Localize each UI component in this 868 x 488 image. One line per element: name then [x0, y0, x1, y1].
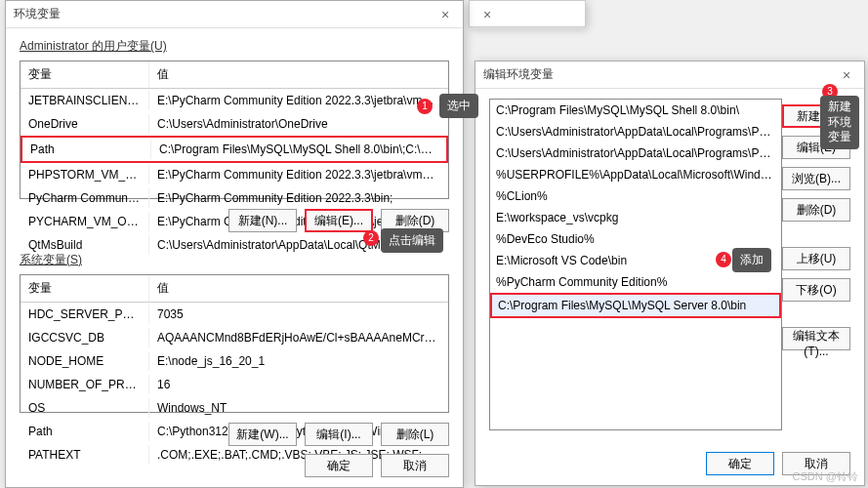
var-name: PHPSTORM_VM_OPTIONS [21, 165, 149, 184]
col-value[interactable]: 值 [149, 61, 448, 88]
var-name: OS [21, 398, 149, 418]
delete-path-button[interactable]: 删除(D) [782, 198, 850, 222]
annotation-new-env: 新建 环境 变量 [820, 96, 859, 149]
user-vars-label: Administrator 的用户变量(U) [6, 28, 463, 61]
path-item[interactable]: %DevEco Studio% [490, 228, 781, 250]
path-item[interactable]: %CLion% [490, 185, 781, 207]
dialog-title: 编辑环境变量 [483, 66, 837, 83]
var-name: OneDrive [21, 114, 149, 134]
var-value: AQAAANCMnd8BFdERjHoAwE/Cl+sBAAAAneMCrkdq… [149, 328, 448, 347]
var-value: E:\PyCharm Community Edition 2022.3.3\je… [149, 91, 448, 110]
table-row[interactable]: NODE_HOMEE:\node_js_16_20_1 [21, 349, 448, 373]
table-row[interactable]: PyCharm Community Editi...E:\PyCharm Com… [21, 186, 448, 210]
var-name: JETBRAINSCLIENT_VM_O... [21, 91, 149, 110]
cancel-button[interactable]: 取消 [381, 454, 449, 477]
var-name: Path [21, 422, 149, 441]
bg-close-icon[interactable]: × [477, 7, 497, 22]
var-name: PyCharm Community Editi... [21, 188, 149, 208]
annotation-click-edit: 点击编辑 [381, 228, 443, 253]
marker-2: 2 [363, 230, 379, 246]
path-item[interactable]: C:\Users\Administrator\AppData\Local\Pro… [490, 142, 781, 164]
edit-sys-button[interactable]: 编辑(I)... [305, 423, 373, 446]
var-name: PATHEXT [21, 445, 149, 465]
var-name: Path [22, 140, 151, 159]
col-name[interactable]: 变量 [21, 275, 149, 302]
delete-sys-button[interactable]: 删除(L) [381, 423, 449, 446]
col-value[interactable]: 值 [149, 275, 448, 302]
title-bar: 编辑环境变量 × [475, 61, 864, 89]
var-value: E:\node_js_16_20_1 [149, 351, 448, 371]
ok-button[interactable]: 确定 [706, 452, 774, 475]
edit-user-button[interactable]: 编辑(E)... [305, 209, 373, 232]
ok-button[interactable]: 确定 [305, 454, 373, 477]
table-row[interactable]: PHPSTORM_VM_OPTIONSE:\PyCharm Community … [21, 163, 448, 186]
path-item[interactable]: C:\Users\Administrator\AppData\Local\Pro… [490, 121, 781, 142]
marker-4: 4 [716, 252, 731, 267]
dialog-title: 环境变量 [14, 6, 435, 22]
edit-text-button[interactable]: 编辑文本(T)... [782, 327, 850, 350]
annotation-select: 选中 [439, 94, 478, 118]
table-row[interactable]: OneDriveC:\Users\Administrator\OneDrive [21, 112, 448, 136]
marker-1: 1 [417, 99, 433, 114]
annotation-add: 添加 [732, 248, 771, 272]
close-icon[interactable]: × [435, 7, 455, 22]
table-row[interactable]: HDC_SERVER_PORT7035 [21, 303, 448, 326]
table-row[interactable]: JETBRAINSCLIENT_VM_O...E:\PyCharm Commun… [21, 89, 448, 112]
watermark: CSDN @铃铃 [793, 469, 858, 484]
move-up-button[interactable]: 上移(U) [782, 247, 850, 270]
path-item[interactable]: C:\Program Files\MySQL\MySQL Server 8.0\… [490, 293, 781, 318]
var-value: 7035 [149, 305, 448, 324]
table-row[interactable]: IGCCSVC_DBAQAAANCMnd8BFdERjHoAwE/Cl+sBAA… [21, 326, 448, 349]
new-sys-button[interactable]: 新建(W)... [228, 423, 297, 446]
table-row[interactable]: PathC:\Program Files\MySQL\MySQL Shell 8… [21, 136, 448, 163]
sys-vars-table[interactable]: 变量 值 HDC_SERVER_PORT7035IGCCSVC_DBAQAAAN… [20, 274, 449, 413]
move-down-button[interactable]: 下移(O) [782, 278, 850, 302]
var-value: E:\PyCharm Community Edition 2022.3.3\bi… [149, 188, 448, 208]
col-name[interactable]: 变量 [21, 61, 149, 88]
title-bar: 环境变量 × [6, 1, 463, 28]
user-vars-table[interactable]: 变量 值 JETBRAINSCLIENT_VM_O...E:\PyCharm C… [20, 61, 449, 199]
path-item[interactable]: E:\workspace_vs\vcpkg [490, 207, 781, 228]
path-item[interactable]: %USERPROFILE%\AppData\Local\Microsoft\Wi… [490, 164, 781, 185]
path-item[interactable]: C:\Program Files\MySQL\MySQL Shell 8.0\b… [490, 100, 781, 121]
var-value: 16 [149, 375, 448, 394]
var-value: C:\Users\Administrator\OneDrive [149, 114, 448, 134]
var-name: HDC_SERVER_PORT [21, 305, 149, 324]
var-name: NUMBER_OF_PROCESSORS [21, 375, 149, 394]
table-row[interactable]: NUMBER_OF_PROCESSORS16 [21, 373, 448, 396]
var-value: C:\Program Files\MySQL\MySQL Shell 8.0\b… [151, 140, 446, 159]
var-name: IGCCSVC_DB [21, 328, 149, 347]
var-name: PYCHARM_VM_OPTIONS [21, 212, 149, 231]
var-value: E:\PyCharm Community Edition 2022.3.3\je… [149, 165, 448, 184]
close-icon[interactable]: × [837, 67, 856, 83]
browse-path-button[interactable]: 浏览(B)... [782, 167, 850, 190]
var-value: Windows_NT [149, 398, 448, 418]
new-user-button[interactable]: 新建(N)... [228, 209, 297, 232]
table-row[interactable]: OSWindows_NT [21, 396, 448, 420]
path-item[interactable]: %PyCharm Community Edition% [490, 271, 781, 293]
var-name: NODE_HOME [21, 351, 149, 371]
edit-path-dialog: 编辑环境变量 × C:\Program Files\MySQL\MySQL Sh… [475, 61, 865, 486]
